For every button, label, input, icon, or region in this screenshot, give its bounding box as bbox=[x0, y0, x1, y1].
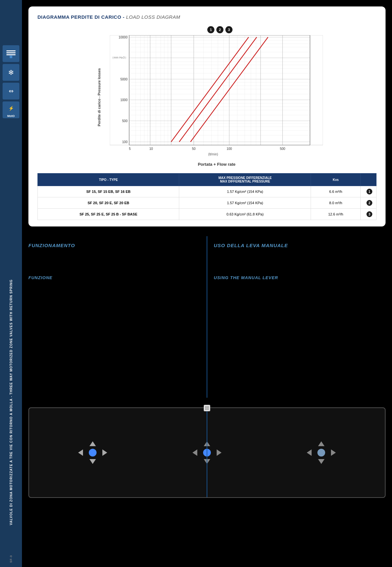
title-english: LOAD LOSS DIAGRAM bbox=[126, 14, 180, 20]
table-row: SF 25, SF 25 E, SF 25 B - SF BASE 0.63 K… bbox=[38, 209, 377, 220]
svg-text:50: 50 bbox=[192, 147, 196, 151]
svg-rect-7 bbox=[110, 35, 323, 145]
svg-marker-84 bbox=[217, 449, 222, 456]
svg-rect-3 bbox=[10, 56, 12, 58]
svg-marker-89 bbox=[331, 449, 336, 456]
badge-1: 1 bbox=[207, 26, 214, 33]
svg-text:5000: 5000 bbox=[120, 78, 128, 81]
frost-icon[interactable]: ❄ bbox=[3, 64, 19, 81]
svg-rect-74 bbox=[205, 406, 207, 408]
svg-rect-0 bbox=[6, 52, 15, 53]
svg-text:500: 500 bbox=[122, 119, 128, 123]
chart-badges-top: 1 2 3 bbox=[207, 26, 232, 33]
table-cell-kvs-1: 6.6 m³/h bbox=[311, 186, 361, 197]
svg-text:100: 100 bbox=[227, 147, 232, 151]
using-manual-subtitle: USING THE MANUAL LEVER bbox=[214, 275, 386, 280]
table-row: SF 20, SF 20 E, SF 20 EB 1.57 Kg/cm² (15… bbox=[38, 197, 377, 209]
lower-left: FUNZIONAMENTO FUNZIONE bbox=[28, 236, 207, 398]
table-header-type: TIPO - TYPE bbox=[38, 173, 179, 186]
card-title: DIAGRAMMA PERDITE DI CARICO - LOAD LOSS … bbox=[37, 14, 377, 20]
svg-rect-2 bbox=[6, 50, 15, 51]
badge-3: 3 bbox=[225, 26, 232, 33]
bottom-diagram bbox=[28, 407, 386, 498]
table-cell-type-3: SF 25, SF 25 E, SF 25 B - SF BASE bbox=[38, 209, 179, 220]
sf3-label: SF-3 bbox=[0, 557, 22, 561]
table-cell-pressure-3: 0.63 Kg/cm² (61.8 KPa) bbox=[179, 209, 311, 220]
divider-knob bbox=[204, 405, 210, 411]
moto-label: MotO bbox=[7, 114, 15, 118]
svg-text:（mm H₂O）: （mm H₂O） bbox=[111, 56, 128, 59]
valve-diagram-3 bbox=[305, 440, 337, 466]
svg-text:500: 500 bbox=[280, 147, 285, 151]
svg-text:1000: 1000 bbox=[120, 98, 128, 102]
svg-text:100: 100 bbox=[122, 140, 128, 144]
svg-rect-75 bbox=[207, 406, 209, 408]
main-content: DIAGRAMMA PERDITE DI CARICO - LOAD LOSS … bbox=[22, 0, 392, 504]
lower-section: FUNZIONAMENTO FUNZIONE USO DELLA LEVA MA… bbox=[28, 236, 386, 398]
chart-svg: 100 500 1000 5000 10000 （mm H₂O） 5 10 50… bbox=[110, 35, 323, 159]
svg-text:⚡: ⚡ bbox=[8, 106, 14, 111]
chart-container: 1 2 3 Perdite di carico - Pressure losse… bbox=[37, 26, 377, 167]
table-cell-pressure-1: 1.57 Kg/cm² (154 KPa) bbox=[179, 186, 311, 197]
svg-text:10000: 10000 bbox=[119, 36, 128, 39]
y-axis-label: Perdite di carico - Pressure losses bbox=[91, 35, 107, 159]
level-icon[interactable] bbox=[3, 45, 19, 62]
svg-text:(lt/min): (lt/min) bbox=[208, 152, 218, 156]
data-table: TIPO - TYPE MAX PRESSIONE DIFFERENZIALEM… bbox=[37, 173, 377, 220]
top-card: DIAGRAMMA PERDITE DI CARICO - LOAD LOSS … bbox=[28, 6, 386, 226]
table-cell-type-1: SF 15, SF 15 EB, SF 16 EB bbox=[38, 186, 179, 197]
svg-text:⇔: ⇔ bbox=[9, 88, 14, 94]
svg-rect-77 bbox=[207, 408, 209, 410]
table-cell-badge-3: 3 bbox=[361, 209, 377, 220]
svg-text:❄: ❄ bbox=[8, 68, 14, 77]
table-cell-kvs-2: 8.0 m³/h bbox=[311, 197, 361, 209]
x-axis-label: Portata + Flow rate bbox=[198, 162, 236, 167]
title-separator: - bbox=[123, 14, 126, 20]
svg-marker-79 bbox=[102, 449, 107, 456]
svg-text:5: 5 bbox=[129, 147, 131, 151]
svg-marker-81 bbox=[89, 459, 96, 464]
svg-rect-1 bbox=[6, 54, 15, 55]
lower-right: USO DELLA LEVA MANUALE USING THE MANUAL … bbox=[207, 236, 386, 398]
funzionamento-title: FUNZIONAMENTO bbox=[28, 243, 200, 248]
valve-diagram-1 bbox=[77, 440, 109, 466]
funzione-subtitle: FUNZIONE bbox=[28, 275, 200, 280]
svg-marker-80 bbox=[89, 441, 96, 446]
badge-2: 2 bbox=[216, 26, 223, 33]
svg-point-82 bbox=[89, 449, 97, 457]
table-header-empty bbox=[361, 173, 377, 186]
moto-icon[interactable]: ⚡ MotO bbox=[3, 101, 19, 118]
table-cell-kvs-3: 12.6 m³/h bbox=[311, 209, 361, 220]
table-cell-pressure-2: 1.57 Kg/cm² (154 KPa) bbox=[179, 197, 311, 209]
table-row: SF 15, SF 15 EB, SF 16 EB 1.57 Kg/cm² (1… bbox=[38, 186, 377, 197]
diagram-divider bbox=[207, 408, 207, 497]
svg-marker-78 bbox=[78, 449, 83, 456]
y-axis-text: Perdite di carico - Pressure losses bbox=[97, 68, 101, 126]
table-cell-badge-2: 2 bbox=[361, 197, 377, 209]
table-header-pressure: MAX PRESSIONE DIFFERENZIALEMAX DIFFERENT… bbox=[179, 173, 311, 186]
svg-text:10: 10 bbox=[149, 147, 153, 151]
title-italian: DIAGRAMMA PERDITE DI CARICO bbox=[37, 14, 121, 20]
svg-marker-90 bbox=[318, 441, 325, 446]
svg-marker-91 bbox=[318, 459, 325, 464]
uso-leva-title: USO DELLA LEVA MANUALE bbox=[214, 243, 386, 248]
svg-point-92 bbox=[317, 449, 325, 457]
table-cell-badge-1: 1 bbox=[361, 186, 377, 197]
svg-marker-83 bbox=[192, 449, 197, 456]
sidebar-vertical-text: VALVOLE DI ZONA MOTORIZZATE A TRE VIE CO… bbox=[0, 347, 22, 541]
exchange-icon[interactable]: ⇔ bbox=[3, 83, 19, 100]
svg-rect-76 bbox=[205, 408, 207, 410]
table-header-kvs: Kvs bbox=[311, 173, 361, 186]
svg-marker-88 bbox=[307, 449, 312, 456]
chart-wrapper: Perdite di carico - Pressure losses bbox=[91, 35, 323, 159]
table-cell-type-2: SF 20, SF 20 E, SF 20 EB bbox=[38, 197, 179, 209]
sidebar: ❄ ⇔ ⚡ MotO VALVOLE DI ZONA MOTORIZZATE A… bbox=[0, 0, 22, 567]
